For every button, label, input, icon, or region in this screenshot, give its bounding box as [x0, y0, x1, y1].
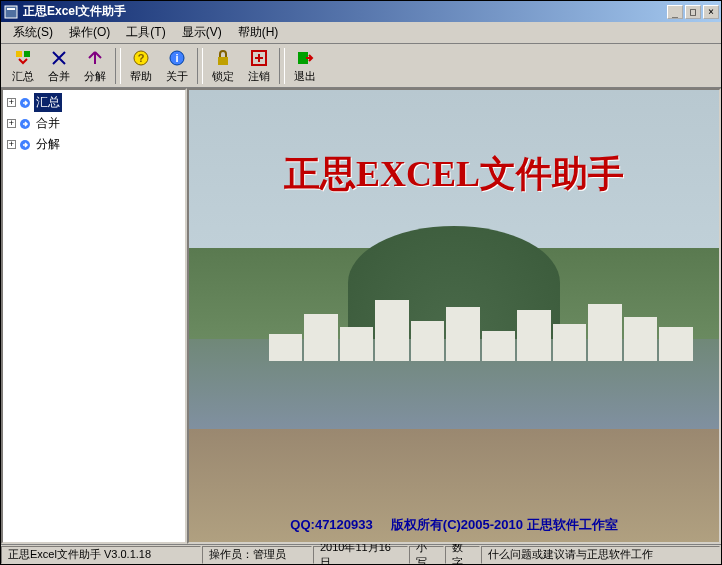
maximize-button[interactable]: □	[685, 5, 701, 19]
status-num: 数字	[445, 546, 480, 564]
toolbar-separator	[279, 48, 285, 84]
svg-text:?: ?	[138, 52, 145, 64]
toolbar-logout-button[interactable]: 注销	[241, 46, 277, 86]
toolbar-help-button[interactable]: ? 帮助	[123, 46, 159, 86]
expand-icon[interactable]: +	[7, 119, 16, 128]
toolbar: 汇总 合并 分解 ? 帮助 i 关于 锁定 注销 退	[1, 44, 721, 88]
expand-icon[interactable]: +	[7, 98, 16, 107]
lock-icon	[213, 48, 233, 68]
main-window: 正思Excel文件助手 _ □ × 系统(S) 操作(O) 工具(T) 显示(V…	[0, 0, 722, 565]
status-operator: 操作员：管理员	[202, 546, 312, 564]
exit-icon	[295, 48, 315, 68]
splash-qq: QQ:47120933	[290, 517, 372, 532]
merge-icon	[49, 48, 69, 68]
tree-item-summary[interactable]: + 汇总	[5, 92, 183, 113]
about-icon: i	[167, 48, 187, 68]
close-button[interactable]: ×	[703, 5, 719, 19]
toolbar-lock-button[interactable]: 锁定	[205, 46, 241, 86]
tree-item-merge[interactable]: + 合并	[5, 113, 183, 134]
tree-label: 汇总	[34, 93, 62, 112]
toolbar-about-button[interactable]: i 关于	[159, 46, 195, 86]
splash-title: 正思EXCEL文件助手	[189, 150, 719, 199]
status-message: 什么问题或建议请与正思软件工作	[481, 546, 720, 564]
menu-view[interactable]: 显示(V)	[174, 22, 230, 43]
menu-operation[interactable]: 操作(O)	[61, 22, 118, 43]
tree-label: 分解	[34, 135, 62, 154]
svg-text:i: i	[175, 52, 178, 64]
titlebar: 正思Excel文件助手 _ □ ×	[1, 1, 721, 22]
statusbar: 正思Excel文件助手 V3.0.1.18 操作员：管理员 2010年11月16…	[1, 544, 721, 564]
arrow-icon	[18, 117, 32, 131]
arrow-icon	[18, 138, 32, 152]
toolbar-merge-button[interactable]: 合并	[41, 46, 77, 86]
splash-copyright: 版权所有(C)2005-2010 正思软件工作室	[391, 517, 618, 532]
splash-buildings	[269, 293, 693, 361]
svg-rect-2	[16, 51, 22, 57]
help-icon: ?	[131, 48, 151, 68]
minimize-button[interactable]: _	[667, 5, 683, 19]
toolbar-separator	[115, 48, 121, 84]
svg-rect-0	[5, 6, 17, 18]
toolbar-summary-button[interactable]: 汇总	[5, 46, 41, 86]
toolbar-separator	[197, 48, 203, 84]
logout-icon	[249, 48, 269, 68]
expand-icon[interactable]: +	[7, 140, 16, 149]
menu-help[interactable]: 帮助(H)	[230, 22, 287, 43]
split-icon	[85, 48, 105, 68]
content-panel: 正思EXCEL文件助手 QQ:47120933 版权所有(C)2005-2010…	[187, 88, 721, 544]
splash-footer: QQ:47120933 版权所有(C)2005-2010 正思软件工作室	[189, 516, 719, 534]
status-date: 2010年11月16日	[313, 546, 408, 564]
main-area: + 汇总 + 合并 + 分解 正思EXCEL文件助手	[1, 88, 721, 544]
window-controls: _ □ ×	[667, 5, 719, 19]
status-caps: 小写	[409, 546, 444, 564]
status-app-version: 正思Excel文件助手 V3.0.1.18	[1, 546, 201, 564]
app-icon	[3, 4, 19, 20]
svg-rect-8	[218, 57, 228, 65]
toolbar-exit-button[interactable]: 退出	[287, 46, 323, 86]
svg-rect-1	[7, 8, 15, 10]
tree-item-split[interactable]: + 分解	[5, 134, 183, 155]
summary-icon	[13, 48, 33, 68]
toolbar-split-button[interactable]: 分解	[77, 46, 113, 86]
arrow-icon	[18, 96, 32, 110]
titlebar-title: 正思Excel文件助手	[23, 3, 667, 20]
svg-rect-3	[24, 51, 30, 57]
menu-tools[interactable]: 工具(T)	[118, 22, 173, 43]
tree-panel[interactable]: + 汇总 + 合并 + 分解	[1, 88, 187, 544]
tree-label: 合并	[34, 114, 62, 133]
menubar: 系统(S) 操作(O) 工具(T) 显示(V) 帮助(H)	[1, 22, 721, 44]
menu-system[interactable]: 系统(S)	[5, 22, 61, 43]
splash-background: 正思EXCEL文件助手 QQ:47120933 版权所有(C)2005-2010…	[189, 90, 719, 542]
